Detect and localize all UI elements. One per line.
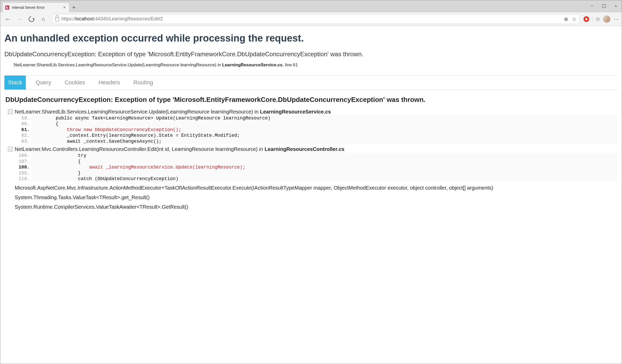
code-block: 106. try 107. { 108. await _learningReso… [15,153,618,182]
tab-stack[interactable]: Stack [4,76,26,90]
frame-file: LearningResourcesController.cs [265,146,344,152]
code-text: { [31,159,618,165]
line-number-current: 61. [15,127,31,133]
url-text: https://localhost:44345/LearningResource… [61,16,163,22]
browser-toolbar: ← → ⌂ https://localhost:44345/LearningRe… [0,12,622,26]
code-text-current: await _learningResourceService.Update(le… [31,164,618,170]
frame-file: LearningResourceService.cs [260,109,331,115]
line-number-current: 108. [15,164,31,170]
favorites-list-icon[interactable]: ✩ [596,16,600,22]
tab-title: Internal Server Error [12,5,45,10]
tab-cookies[interactable]: Cookies [61,76,89,90]
line-number: 60. [15,121,31,127]
stack-frame-plain[interactable]: Microsoft.AspNetCore.Mvc.Infrastructure.… [15,184,618,191]
code-text: await _context.SaveChangesAsync(); [31,139,618,144]
exception-source: NetLearner.SharedLib.Services.LearningRe… [14,62,618,68]
frame-method: NetLearner.SharedLib.Services.LearningRe… [15,109,260,115]
tab-favicon-icon [5,5,9,10]
favorite-icon[interactable]: ☆ [572,16,577,22]
line-number: 59. [15,115,31,121]
line-number: 63. [15,139,31,144]
code-text-current: throw new DbUpdateConcurrencyException()… [31,127,618,133]
error-page: An unhandled exception occurred while pr… [0,26,622,216]
line-number: 109. [15,170,31,176]
code-text: _context.Entry(learningResource).State =… [31,133,618,139]
exception-subtitle: DbUpdateConcurrencyException: Exception … [4,51,618,58]
code-error-text: throw new DbUpdateConcurrencyException()… [33,127,181,132]
stack-frame: - NetLearner.Mvc.Controllers.LearningRes… [4,146,618,182]
tab-strip: Internal Server Error × + × [0,0,622,12]
back-button[interactable]: ← [3,14,13,24]
toolbar-divider [592,16,593,22]
code-block: 59. public async Task<LearningResource> … [15,115,618,144]
address-bar[interactable]: https://localhost:44345/LearningResource… [52,14,580,24]
url-prefix: https:// [61,16,75,21]
code-text: public async Task<LearningResource> Upda… [31,115,618,121]
zoom-icon[interactable]: ⊕ [564,16,568,22]
frame-header[interactable]: NetLearner.Mvc.Controllers.LearningResou… [15,146,618,152]
code-text: catch (DbUpdateConcurrencyException) [31,176,618,182]
source-method: NetLearner.SharedLib.Services.LearningRe… [14,62,222,67]
window-controls: × [586,0,622,12]
refresh-icon [28,15,36,23]
profile-avatar[interactable] [603,15,610,23]
window-close-button[interactable]: × [610,2,622,10]
new-tab-button[interactable]: + [69,3,78,12]
url-path: 44345/LearningResources/Edit/2 [95,16,163,21]
window-maximize-button[interactable] [598,2,610,10]
code-text: try [31,153,618,159]
frame-header[interactable]: NetLearner.SharedLib.Services.LearningRe… [15,109,618,115]
home-button[interactable]: ⌂ [38,14,48,24]
code-error-text: await _learningResourceService.Update(le… [33,165,245,170]
exception-message: DbUpdateConcurrencyException: Exception … [5,95,618,104]
source-file: LearningResourceService.cs [222,62,282,67]
frame-toggle-button[interactable]: - [8,109,13,114]
menu-button[interactable]: ⋯ [613,16,619,22]
tab-routing[interactable]: Routing [130,76,157,90]
tab-headers[interactable]: Headers [95,76,123,90]
line-number: 106. [15,153,31,159]
stack-frame: - NetLearner.SharedLib.Services.Learning… [4,109,618,144]
dev-tabs: Stack Query Cookies Headers Routing [4,75,618,90]
line-number: 110. [15,176,31,182]
source-line-suffix: , line 61 [282,62,298,67]
tab-query[interactable]: Query [32,76,55,90]
url-host: localhost: [75,16,95,21]
forward-button[interactable]: → [15,14,25,24]
line-number: 107. [15,159,31,165]
page-viewport[interactable]: An unhandled exception occurred while pr… [0,26,622,364]
tab-close-icon[interactable]: × [63,5,66,10]
code-text: } [31,170,618,176]
page-title: An unhandled exception occurred while pr… [4,33,618,44]
frame-method: NetLearner.Mvc.Controllers.LearningResou… [15,146,265,152]
refresh-button[interactable] [27,14,36,24]
toolbar-right: ✩ ⋯ [584,15,619,23]
lock-icon [55,17,59,21]
code-text: { [31,121,618,127]
stack-frame-plain[interactable]: System.Threading.Tasks.ValueTask<TResult… [15,194,618,201]
browser-window: Internal Server Error × + × ← → ⌂ https:… [0,0,622,364]
window-minimize-button[interactable] [586,2,598,10]
stack-frame-plain[interactable]: System.Runtime.CompilerServices.ValueTas… [15,204,618,211]
extension-icon[interactable] [584,16,589,22]
line-number: 62. [15,133,31,139]
frame-toggle-button[interactable]: - [8,147,13,151]
browser-tab[interactable]: Internal Server Error × [2,2,69,12]
